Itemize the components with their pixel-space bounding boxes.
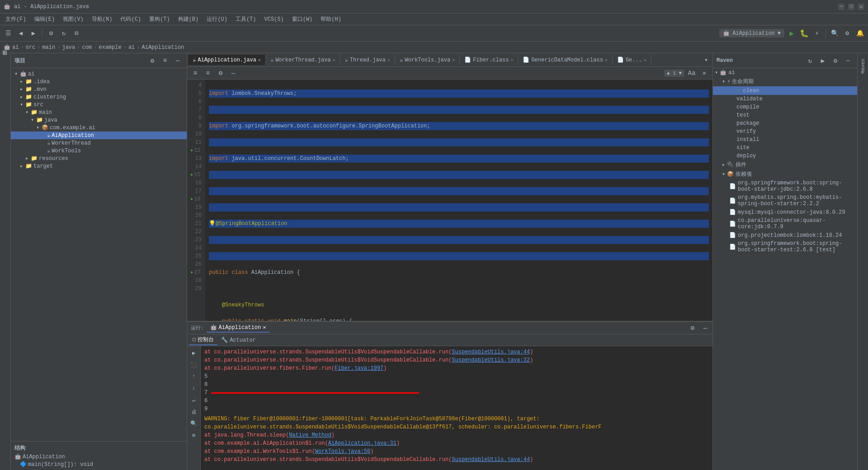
panel-layout-btn[interactable]: ≡ xyxy=(160,55,170,66)
collapse-btn[interactable]: ⊟ xyxy=(71,28,82,39)
menu-navigate[interactable]: 导航(N) xyxy=(88,14,116,24)
run-config-selector[interactable]: 🤖 AiApplication ▼ xyxy=(719,29,784,38)
maven-refresh-btn[interactable]: ↻ xyxy=(805,55,816,66)
maven-dep-4[interactable]: 📄 co.paralleluniverse:quasar-core:jdk:0.… xyxy=(713,216,857,231)
tree-item-target[interactable]: ▸ 📁 target xyxy=(11,162,187,170)
tab-aiapplication[interactable]: ☕ AiApplication.java ✕ xyxy=(188,55,266,65)
editor-settings-btn[interactable]: ⚙ xyxy=(215,68,226,79)
tab-close-thread[interactable]: ✕ xyxy=(387,57,390,63)
maven-dep-6[interactable]: 📄 org.springframework.boot:spring-boot-s… xyxy=(713,240,857,254)
close-button[interactable]: ✕ xyxy=(858,4,864,10)
maven-lifecycle-section[interactable]: ▾ ⚡ 生命周期 xyxy=(713,77,857,86)
menu-help[interactable]: 帮助(H) xyxy=(317,14,345,24)
run-button[interactable]: ▶ xyxy=(786,28,797,39)
project-sidebar-tab[interactable]: 项目 xyxy=(0,55,10,62)
menu-tools[interactable]: 工具(T) xyxy=(232,14,260,24)
panel-settings-btn[interactable]: ⚙ xyxy=(147,55,158,66)
maven-deps-section[interactable]: ▾ 📦 依赖项 xyxy=(713,169,857,179)
tree-item-idea[interactable]: ▸ 📁 .idea xyxy=(11,78,187,85)
refresh-btn[interactable]: ↻ xyxy=(58,28,69,39)
maven-compile[interactable]: compile xyxy=(713,103,857,111)
search-everywhere-btn[interactable]: 🔍 xyxy=(829,28,840,39)
print-btn[interactable]: 🖨 xyxy=(189,407,199,417)
console-tab[interactable]: □ 控制台 xyxy=(189,335,217,345)
case-sensitive-btn[interactable]: Aa xyxy=(686,68,697,79)
run-config-dropdown[interactable]: ▼ xyxy=(778,30,781,37)
minimize-button[interactable]: ─ xyxy=(838,4,844,10)
maven-plugins-section[interactable]: ▸ 🔌 插件 xyxy=(713,160,857,169)
back-btn[interactable]: ◀ xyxy=(15,28,26,39)
bottom-settings-btn[interactable]: ⚙ xyxy=(687,323,698,334)
console-link-6[interactable]: SuspendableUtils.java:44 xyxy=(452,456,530,463)
tree-item-ai[interactable]: ▾ 🤖 ai xyxy=(11,70,187,78)
tree-item-src[interactable]: ▾ 📁 src xyxy=(11,101,187,108)
scroll-up-btn[interactable]: ↑ xyxy=(189,371,199,381)
maven-site[interactable]: site xyxy=(713,144,857,152)
tab-thread[interactable]: ☕ Thread.java ✕ xyxy=(340,55,395,65)
menu-view[interactable]: 视图(V) xyxy=(59,14,87,24)
tree-item-resources[interactable]: ▸ 📁 resources xyxy=(11,155,187,162)
soft-wrap-btn[interactable]: ↵ xyxy=(189,395,199,405)
menu-window[interactable]: 窗口(W) xyxy=(288,14,316,24)
menu-file[interactable]: 文件(F) xyxy=(2,14,30,24)
run-app-tab[interactable]: 🤖 AiApplication ✕ xyxy=(207,323,270,333)
maven-dep-5[interactable]: 📄 org.projectlombok:lombok:1.18.24 xyxy=(713,231,857,240)
editor-close-btn[interactable]: — xyxy=(228,68,239,79)
menu-run[interactable]: 运行(U) xyxy=(203,14,231,24)
maven-root[interactable]: ▾ 🤖 ai xyxy=(713,68,857,77)
console-link-native[interactable]: Native Method xyxy=(289,432,331,438)
forward-btn[interactable]: ▶ xyxy=(28,28,39,39)
maven-dep-1[interactable]: 📄 org.springframework.boot:spring-boot-s… xyxy=(713,179,857,193)
console-link-1[interactable]: SuspendableUtils.java:44 xyxy=(452,349,530,355)
menu-build[interactable]: 构建(B) xyxy=(175,14,203,24)
bottom-close-btn[interactable]: — xyxy=(700,323,711,334)
run-coverage-btn[interactable]: ⚡ xyxy=(811,28,822,39)
tree-item-worktools[interactable]: ☕ WorkTools xyxy=(11,147,187,155)
filter-btn[interactable]: 🔍 xyxy=(189,418,199,428)
maven-install[interactable]: install xyxy=(713,136,857,144)
code-editor[interactable]: import lombok.SneakyThrows; import org.s… xyxy=(205,80,712,321)
maven-package[interactable]: package xyxy=(713,119,857,127)
menu-edit[interactable]: 编辑(E) xyxy=(31,14,59,24)
tab-dropdown-btn[interactable]: ▾ xyxy=(701,55,712,66)
tree-item-workerthread[interactable]: ☕ WorkerThread xyxy=(11,139,187,147)
console-link-5[interactable]: WorkTools.java:50 xyxy=(315,448,370,455)
menu-code[interactable]: 代码(C) xyxy=(117,14,145,24)
tab-fiber[interactable]: 📄 Fiber.class ✕ xyxy=(460,55,518,65)
stop-btn[interactable]: ⬛ xyxy=(189,360,199,370)
tab-genericdatamodel[interactable]: 📄 GenericDataModel.class ✕ xyxy=(518,55,612,65)
console-link-4[interactable]: AiApplication.java:31 xyxy=(328,440,396,446)
maximize-button[interactable]: □ xyxy=(848,4,854,10)
tree-item-mvn[interactable]: ▸ 📁 .mvn xyxy=(11,85,187,93)
tab-close-ge[interactable]: ✕ xyxy=(644,57,646,63)
tree-item-package[interactable]: ▾ 📦 com.example.ai xyxy=(11,124,187,132)
align-left-btn[interactable]: ≡ xyxy=(190,68,201,79)
notifications-btn[interactable]: 🔔 xyxy=(854,28,865,39)
tab-close-worktools[interactable]: ✕ xyxy=(452,57,455,63)
menu-vcs[interactable]: VCS(S) xyxy=(260,15,287,24)
tab-workerthread[interactable]: ☕ WorkerThread.java ✕ xyxy=(266,55,340,65)
run-app-close[interactable]: ✕ xyxy=(263,324,266,331)
maven-test[interactable]: test xyxy=(713,111,857,119)
tab-close-workerthread[interactable]: ✕ xyxy=(333,57,335,63)
menu-refactor[interactable]: 重构(T) xyxy=(146,14,174,24)
project-btn[interactable]: ☰ xyxy=(3,28,14,39)
structure-item-main[interactable]: 🔷 main(String[]): void xyxy=(11,461,187,468)
tab-ge[interactable]: 📄 Ge... ✕ xyxy=(613,55,651,65)
tree-item-main[interactable]: ▾ 📁 main xyxy=(11,108,187,116)
run-again-btn[interactable]: ▶ xyxy=(189,348,199,358)
maven-validate[interactable]: validate xyxy=(713,95,857,103)
maven-dep-3[interactable]: 📄 mysql:mysql-connector-java:8.0.29 xyxy=(713,208,857,216)
tab-close-aiapplication[interactable]: ✕ xyxy=(258,57,261,63)
maven-verify[interactable]: verify xyxy=(713,127,857,136)
scroll-down-btn[interactable]: ↓ xyxy=(189,383,199,393)
console-link-3[interactable]: Fiber.java:1097 xyxy=(335,365,383,371)
maven-settings-btn[interactable]: ⚙ xyxy=(830,55,841,66)
tab-close-genericdatamodel[interactable]: ✕ xyxy=(605,57,608,63)
maven-sidebar-tab[interactable]: Maven xyxy=(859,55,868,77)
tree-item-aiapplication[interactable]: ☕ AiApplication xyxy=(11,132,187,139)
debug-button[interactable]: 🐛 xyxy=(799,28,810,39)
settings-btn[interactable]: ⚙ xyxy=(46,28,57,39)
settings-gear-btn[interactable]: ⚙ xyxy=(842,28,853,39)
actuator-tab[interactable]: 🔧 Actuator xyxy=(217,336,259,344)
